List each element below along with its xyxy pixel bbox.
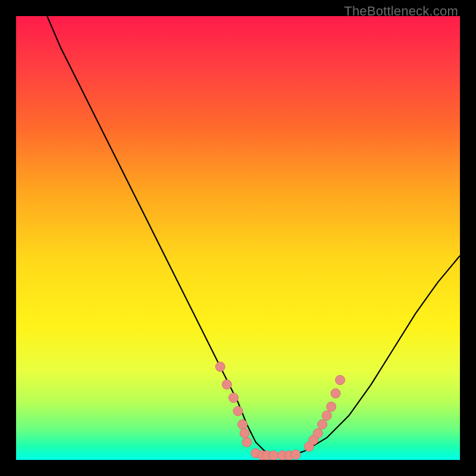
data-marker xyxy=(331,389,340,398)
data-marker xyxy=(215,362,225,371)
data-marker xyxy=(229,393,239,403)
data-marker xyxy=(336,375,345,385)
data-marker xyxy=(233,406,243,416)
curve-markers xyxy=(215,362,345,460)
data-marker xyxy=(242,437,252,447)
plot-area xyxy=(16,16,460,460)
watermark-text: TheBottleneck.com xyxy=(344,4,458,19)
data-marker xyxy=(291,450,300,459)
data-marker xyxy=(318,419,327,429)
data-marker xyxy=(238,419,248,429)
data-marker xyxy=(327,402,336,412)
data-marker xyxy=(322,411,331,420)
data-marker xyxy=(269,451,278,461)
chart-frame: TheBottleneck.com xyxy=(0,0,476,476)
bottleneck-curve xyxy=(47,16,460,456)
chart-svg xyxy=(16,16,460,460)
data-marker xyxy=(313,428,322,438)
data-marker xyxy=(240,428,249,438)
data-marker xyxy=(222,380,231,389)
